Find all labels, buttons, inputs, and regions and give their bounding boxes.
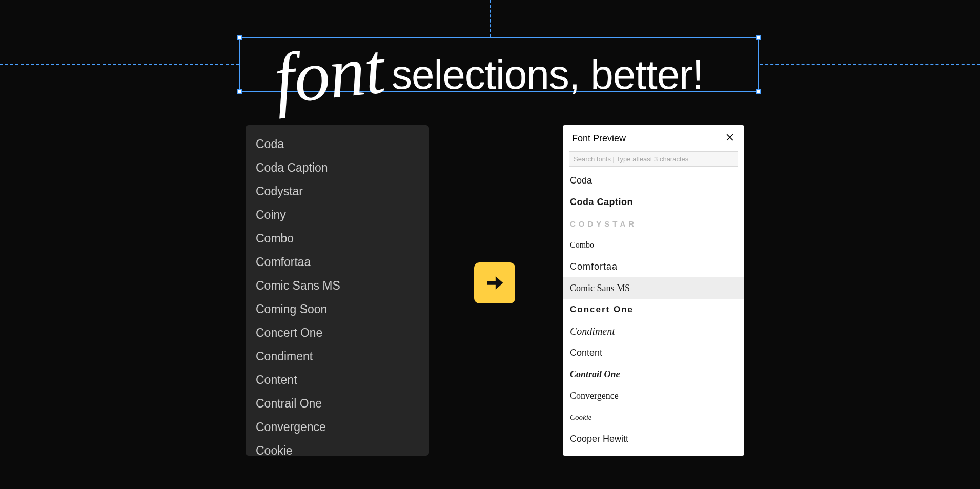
font-list-item[interactable]: Comic Sans MS — [256, 274, 419, 297]
font-search-input[interactable] — [574, 155, 733, 163]
font-preview-item[interactable]: Copperplate — [563, 450, 744, 456]
title-script-word: font — [271, 32, 387, 115]
font-preview-title: Font Preview — [572, 133, 626, 144]
arrow-right-icon — [474, 262, 515, 303]
font-preview-item[interactable]: Content — [563, 342, 744, 363]
title-selection-frame[interactable]: font selections, better! — [239, 37, 759, 92]
font-preview-item[interactable]: Comfortaa — [563, 256, 744, 277]
font-preview-item[interactable]: Coda — [563, 170, 744, 191]
font-list-item[interactable]: Cookie — [256, 439, 419, 456]
font-search-field[interactable] — [569, 151, 738, 167]
font-list-item[interactable]: Coiny — [256, 203, 419, 227]
resize-handle-bottom-left[interactable] — [237, 89, 242, 94]
font-list-item[interactable]: Content — [256, 368, 419, 392]
font-list-item[interactable]: Coda Caption — [256, 156, 419, 179]
font-list-item[interactable]: Contrail One — [256, 392, 419, 415]
resize-handle-top-left[interactable] — [237, 35, 242, 40]
font-list-item[interactable]: Coda — [256, 132, 419, 156]
font-preview-item[interactable]: CODYSTAR — [563, 213, 744, 234]
alignment-guide-horizontal-right — [760, 64, 980, 65]
alignment-guide-horizontal-left — [0, 64, 239, 65]
font-preview-item[interactable]: Contrail One — [563, 363, 744, 385]
font-preview-item[interactable]: Cookie — [563, 406, 744, 428]
font-preview-item[interactable]: Concert One — [563, 299, 744, 320]
font-list-item[interactable]: Codystar — [256, 179, 419, 203]
font-list-item[interactable]: Combo — [256, 227, 419, 250]
font-list-item[interactable]: Coming Soon — [256, 297, 419, 321]
font-preview-item[interactable]: Convergence — [563, 385, 744, 406]
font-list-plain-panel: Coda Coda Caption Codystar Coiny Combo C… — [246, 125, 429, 456]
font-preview-panel: Font Preview Coda Coda Caption CODYSTAR … — [563, 125, 744, 456]
resize-handle-bottom-right[interactable] — [756, 89, 761, 94]
title-rest: selections, better! — [381, 52, 703, 97]
font-preview-item[interactable]: Comic Sans MS — [563, 277, 744, 299]
font-preview-list: Coda Coda Caption CODYSTAR Combo Comfort… — [563, 169, 744, 456]
font-list-item[interactable]: Concert One — [256, 321, 419, 344]
font-preview-item[interactable]: Combo — [563, 234, 744, 256]
font-preview-item[interactable]: Coda Caption — [563, 191, 744, 213]
font-list-item[interactable]: Convergence — [256, 415, 419, 439]
close-button[interactable] — [725, 132, 735, 145]
resize-handle-top-right[interactable] — [756, 35, 761, 40]
font-list-item[interactable]: Comfortaa — [256, 250, 419, 274]
font-preview-item[interactable]: Condiment — [563, 320, 744, 342]
close-icon — [725, 134, 735, 145]
font-preview-item[interactable]: Cooper Hewitt — [563, 428, 744, 450]
font-list-item[interactable]: Condiment — [256, 344, 419, 368]
title-text: font selections, better! — [295, 29, 703, 100]
